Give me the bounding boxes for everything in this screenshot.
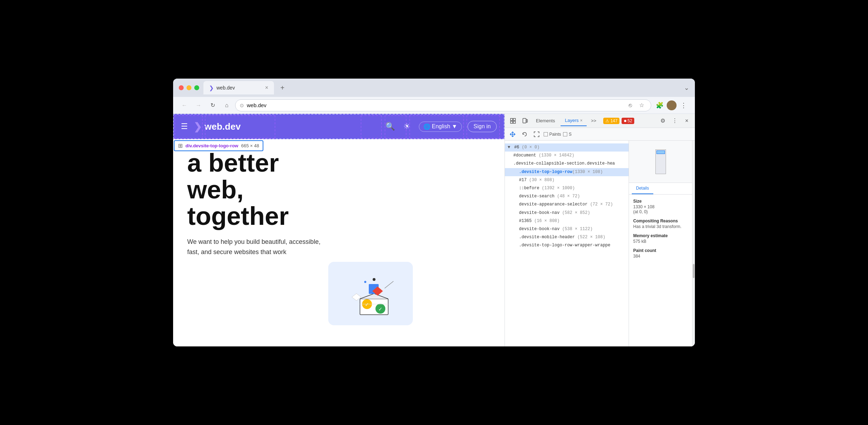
tree-node-text: #document (1330 × 14842) [513, 153, 574, 158]
warning-badge: ⚠ 147 [603, 118, 619, 124]
svg-text:✓: ✓ [365, 302, 369, 307]
close-button[interactable] [179, 85, 184, 90]
tab-dropdown-button[interactable]: ⌄ [684, 84, 689, 92]
nav-signin-button[interactable]: Sign in [467, 121, 497, 132]
devtools-fullscreen-btn[interactable] [532, 129, 542, 139]
devtools-settings-button[interactable]: ⚙ [658, 116, 668, 126]
more-button[interactable]: ⋮ [678, 100, 689, 111]
paints-checkbox[interactable] [544, 132, 548, 136]
warning-icon: ⚠ [605, 118, 609, 123]
content-area: ☰ ❯ web.dev 🔍 ☀ 🌐 English ▼ Sign in ⊞ di… [173, 114, 695, 346]
details-tab-bar: Details [629, 183, 692, 195]
tree-node-17[interactable]: #17 (30 × 808) [505, 176, 629, 184]
tree-node-text: devsite-appearance-selector (72 × 72) [519, 202, 613, 207]
devtools-scrollbar[interactable] [692, 141, 695, 346]
tree-node-logo-row[interactable]: .devsite-top-logo-row(1330 × 108) [505, 168, 629, 176]
nav-logo-chevron-icon: ❯ [194, 121, 202, 133]
tree-node-1365[interactable]: #1365 (16 × 808) [505, 217, 629, 225]
hero-subtitle: We want to help you build beautiful, acc… [187, 237, 328, 257]
forward-button[interactable]: → [193, 100, 204, 111]
extensions-button[interactable]: 🧩 [654, 100, 665, 111]
svg-rect-13 [513, 118, 515, 121]
size-label: Size [633, 199, 688, 204]
detail-memory-row: Memory estimate 575 kB [633, 233, 688, 244]
tree-node-text: ::before (1392 × 1000) [519, 186, 575, 191]
tree-node-book-nav-1[interactable]: devsite-book-nav (582 × 852) [505, 209, 629, 217]
tree-node-search[interactable]: devsite-search (48 × 72) [505, 192, 629, 201]
details-tab-button[interactable]: Details [632, 183, 653, 194]
layers-tree[interactable]: ▼ #6 (0 × 0) #document (1330 × 14842) .d… [505, 141, 629, 346]
tree-node-text: #17 (30 × 808) [519, 178, 555, 183]
address-bar-actions: ⎋ ☆ [625, 100, 647, 110]
tree-toggle-icon: ▼ [508, 145, 510, 150]
detail-compositing-row: Compositing Reasons Has a trivial 3d tra… [633, 218, 688, 229]
nav-logo[interactable]: ❯ web.dev [194, 121, 241, 133]
scrolls-label: S [569, 132, 571, 137]
nav-hamburger-icon[interactable]: ☰ [181, 122, 188, 131]
browser-window: ❯ web.dev × + ⌄ ← → ↻ ⌂ ⊙ web.dev ⎋ ☆ 🧩 … [173, 79, 695, 346]
tree-node-mobile-header[interactable]: .devsite-mobile-header (522 × 108) [505, 233, 629, 241]
devtools-close-button[interactable]: × [681, 116, 692, 126]
error-count: 52 [628, 118, 632, 123]
scrollbar-thumb[interactable] [693, 264, 695, 278]
layers-tab-close-icon[interactable]: × [580, 118, 582, 123]
svg-rect-17 [526, 119, 527, 122]
hero-illustration: ✓ ✓ [328, 262, 413, 325]
tab-title: web.dev [216, 85, 235, 91]
devtools-toolbar-right: ⚙ ⋮ × [658, 116, 692, 126]
details-minimap [629, 141, 692, 183]
devtools-tab-elements[interactable]: Elements [532, 116, 559, 126]
tree-node-text: devsite-book-nav (582 × 852) [519, 210, 590, 215]
nav-language-button[interactable]: 🌐 English ▼ [419, 122, 462, 132]
svg-rect-12 [511, 118, 513, 121]
devtools-inspect-button[interactable] [508, 116, 518, 126]
active-tab[interactable]: ❯ web.dev × [203, 81, 274, 94]
tree-node-text: #1365 (16 × 808) [519, 218, 560, 223]
tree-node-book-nav-2[interactable]: devsite-book-nav (538 × 1122) [505, 225, 629, 233]
devtools-move-button[interactable] [508, 129, 518, 139]
tree-node-text: devsite-search (48 × 72) [519, 194, 580, 199]
tooltip-element-size: 665 × 48 [241, 143, 259, 148]
error-badge: ■ 52 [622, 118, 634, 124]
bookmark-icon[interactable]: ☆ [637, 100, 647, 110]
svg-rect-16 [523, 118, 526, 123]
size-value: 1330 × 108 (at 0, 0) [633, 204, 688, 214]
home-button[interactable]: ⌂ [221, 100, 232, 111]
tree-node-document[interactable]: #document (1330 × 14842) [505, 152, 629, 160]
url-display: web.dev [247, 102, 623, 108]
tree-node-before[interactable]: ::before (1392 × 1000) [505, 184, 629, 192]
svg-line-11 [385, 281, 393, 288]
new-tab-button[interactable]: + [277, 82, 288, 93]
nav-search-icon[interactable]: 🔍 [385, 122, 395, 131]
profile-avatar[interactable] [667, 100, 677, 110]
nav-theme-icon[interactable]: ☀ [403, 122, 410, 131]
nav-lang-text: English [432, 123, 450, 130]
memory-value: 575 kB [633, 239, 688, 244]
back-button[interactable]: ← [179, 100, 190, 111]
devtools-panel: Elements Layers × >> ⚠ 147 ■ 52 [505, 114, 695, 346]
tree-node-root[interactable]: ▼ #6 (0 × 0) [505, 143, 629, 152]
tree-node-appearance[interactable]: devsite-appearance-selector (72 × 72) [505, 201, 629, 209]
refresh-button[interactable]: ↻ [207, 100, 218, 111]
address-bar[interactable]: ⊙ web.dev ⎋ ☆ [235, 99, 651, 111]
devtools-more-button[interactable]: ⋮ [670, 116, 680, 126]
tree-node-text: .devsite-top-logo-row-wrapper-wrappe [519, 243, 610, 248]
security-icon: ⊙ [240, 103, 244, 108]
maximize-button[interactable] [194, 85, 199, 90]
tab-close-button[interactable]: × [265, 85, 268, 91]
devtools-back-icon-btn[interactable] [520, 129, 530, 139]
devtools-device-button[interactable] [520, 116, 530, 126]
tree-node-text: .devsite-collapsible-section.devsite-hea [513, 161, 615, 166]
external-link-icon[interactable]: ⎋ [625, 100, 635, 110]
scrolls-checkbox[interactable] [563, 132, 567, 136]
devtools-more-tabs[interactable]: >> [588, 118, 599, 123]
device-icon [522, 118, 528, 124]
webpage-content: ☰ ❯ web.dev 🔍 ☀ 🌐 English ▼ Sign in ⊞ di… [173, 114, 505, 346]
minimap-selected-layer [656, 150, 665, 154]
devtools-secondary-toolbar: Paints S [505, 128, 695, 141]
tree-node-collapsible[interactable]: .devsite-collapsible-section.devsite-hea [505, 160, 629, 168]
minimize-button[interactable] [187, 85, 191, 90]
webpage-navbar: ☰ ❯ web.dev 🔍 ☀ 🌐 English ▼ Sign in [173, 114, 505, 139]
devtools-tab-layers[interactable]: Layers × [561, 116, 587, 126]
tree-node-wrapper[interactable]: .devsite-top-logo-row-wrapper-wrappe [505, 241, 629, 250]
